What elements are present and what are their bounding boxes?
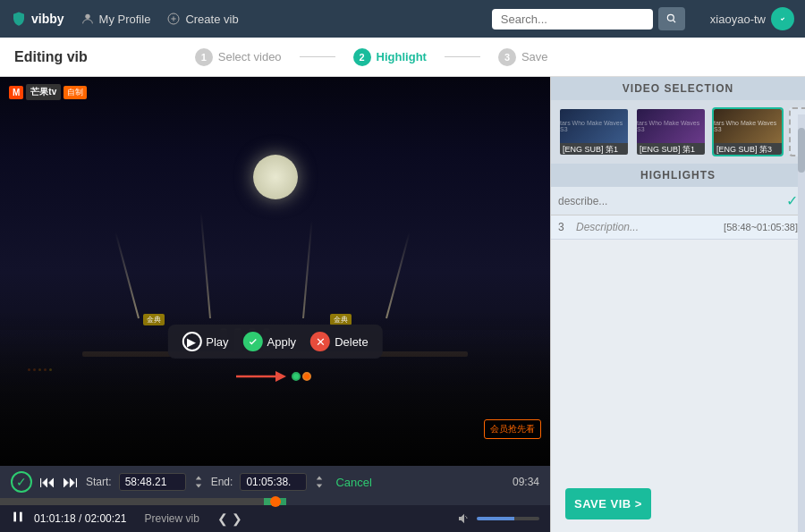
username-label: xiaoyao-tw [710,13,766,26]
highlight-row-3: 3 Description... [58:48~01:05:38] [551,215,805,240]
apply-icon [243,332,263,351]
stage-scene: 金典 金典 [0,77,550,466]
video-thumb-2[interactable]: tars Who Make Waves S3 [ENG SUB] 第1期（下..… [635,107,707,156]
moon-decoration [253,155,298,199]
timeline-marker-green [292,372,301,381]
apply-button[interactable]: Apply [243,332,297,351]
delete-icon: ✕ [310,332,330,351]
member-badge: 会员抢先看 [484,419,541,439]
delete-label: Delete [335,335,369,349]
create-vib-link[interactable]: Create vib [166,12,238,26]
search-input[interactable] [492,9,653,30]
search-icon [665,13,678,25]
play-icon: ▶ [182,332,201,351]
step-highlight[interactable]: 2 Highlight [335,48,445,66]
cancel-button[interactable]: Cancel [335,476,371,489]
context-menu: ▶ Play Apply ✕ Delete [167,325,382,359]
save-vib-button[interactable]: SAVE VIB > [565,488,651,519]
step1-label: Select video [218,50,282,63]
preview-vib-label[interactable]: Preview vib [144,512,199,525]
create-vib-label: Create vib [185,13,238,26]
next-arrow-button[interactable]: ❯ [232,511,242,526]
apply-label: Apply [267,335,297,349]
highlights-section: HIGHLIGHTS ✓ 3 Description... [58:48~01:… [551,164,805,476]
delete-button[interactable]: ✕ Delete [310,332,369,351]
timeline-scrubber[interactable] [0,498,550,505]
brand-logo[interactable]: vibby [11,11,64,27]
prev-arrow-button[interactable]: ❮ [217,511,228,526]
highlights-check-button[interactable]: ✓ [786,192,798,209]
timeline-playhead [270,496,281,507]
fast-forward-button[interactable]: ⏭ [63,473,79,492]
highlights-title: HIGHLIGHTS [551,164,805,187]
play-button[interactable]: ▶ Play [182,332,228,351]
current-time-display: 01:01:18 / 02:00:21 [34,512,126,525]
svg-point-2 [667,14,674,21]
thumb-title-1: [ENG SUB] 第1期（上... [560,143,628,156]
scrollbar-track[interactable] [798,114,805,532]
svg-rect-3 [13,512,16,522]
time-total: 02:00:21 [85,512,127,525]
volume-icon [457,511,471,526]
highlight-desc-3[interactable]: Description... [576,221,718,233]
search-button[interactable] [658,7,685,30]
stage-bg [0,77,550,466]
start-time-input[interactable] [119,473,186,491]
pause-button[interactable] [11,510,25,528]
timeline-marker-orange [302,372,311,381]
user-area[interactable]: xiaoyao-tw [710,7,794,30]
thumb-img-1: tars Who Make Waves S3 [560,109,628,143]
timeline-controls: ✓ ⏮ ⏭ Start: End: Cancel 09:34 [0,466,550,498]
logo-m: M [9,86,23,99]
start-label: Start: [86,476,112,488]
video-grid: tars Who Make Waves S3 [ENG SUB] 第1期（上..… [551,100,805,164]
end-label: End: [211,476,233,488]
svg-rect-4 [20,512,22,522]
check-confirm-button[interactable]: ✓ [11,471,32,493]
step2-label: Highlight [377,50,427,63]
highlights-input-row: ✓ [551,187,805,215]
stepper-icon-start[interactable] [193,475,204,489]
check-badge-icon [776,13,789,25]
right-panel: VIDEO SELECTION tars Who Make Waves S3 [… [550,77,805,532]
plus-circle-icon [166,12,181,26]
search-area [492,7,685,30]
user-icon [80,12,95,26]
scrollbar-thumb[interactable] [798,128,805,173]
highlight-num-3: 3 [558,221,571,233]
video-logo-area: M 芒果tv 自制 [9,84,87,100]
duration-display: 09:34 [513,476,539,488]
pause-icon [11,510,25,524]
step-save[interactable]: 3 Save [480,48,566,66]
step-divider-1 [300,56,335,57]
video-player[interactable]: 金典 金典 M 芒果tv 自制 会员抢先看 [0,77,550,466]
step1-num: 1 [195,48,213,66]
video-thumb-1[interactable]: tars Who Make Waves S3 [ENG SUB] 第1期（上..… [558,107,630,156]
step-select-video[interactable]: 1 Select video [177,48,300,66]
highlights-input[interactable] [558,195,781,207]
main-layout: 金典 金典 M 芒果tv 自制 会员抢先看 [0,77,805,532]
video-area: 金典 金典 M 芒果tv 自制 会员抢先看 [0,77,550,532]
my-profile-link[interactable]: My Profile [80,12,151,26]
volume-slider[interactable] [477,517,539,520]
step3-label: Save [521,50,548,63]
save-vib-area: SAVE VIB > [551,476,805,532]
playback-bar: 01:01:18 / 02:00:21 Preview vib ❮ ❯ [0,505,550,532]
brand-label: vibby [31,12,64,26]
logo-text: 芒果tv [26,84,61,100]
video-selection-title: VIDEO SELECTION [551,77,805,100]
nav-arrows: ❮ ❯ [217,511,242,526]
vibby-shield-icon [11,11,27,27]
rewind-button[interactable]: ⏮ [39,473,55,492]
volume-area [457,511,539,526]
gold-badge-1: 金典 [143,314,165,325]
step2-num: 2 [353,48,371,66]
profile-label: My Profile [99,13,151,26]
play-label: Play [206,335,228,349]
time-current: 01:01:18 [34,512,76,525]
video-thumb-3[interactable]: tars Who Make Waves S3 [ENG SUB] 第3期（上..… [712,107,784,156]
end-time-input[interactable] [240,473,307,491]
thumb-title-3: [ENG SUB] 第3期（上... [714,143,782,156]
stepper-icon-end[interactable] [314,475,325,489]
thumb-title-2: [ENG SUB] 第1期（下... [637,143,705,156]
